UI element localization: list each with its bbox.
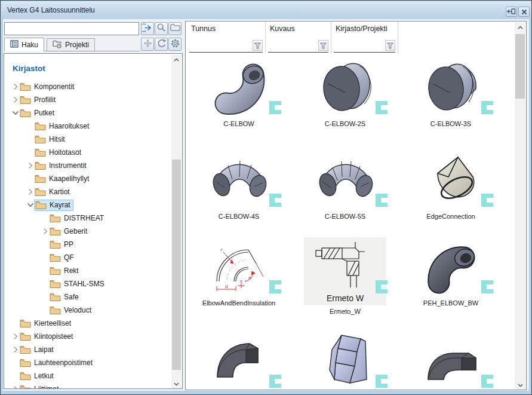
tree-selection-highlight[interactable]: Kayrat (34, 200, 73, 211)
folder-icon (35, 174, 47, 183)
tree-item-putket[interactable]: Putket (4, 106, 171, 120)
filter-funnel-icon[interactable] (253, 40, 263, 51)
tree-item-pp[interactable]: PP (4, 238, 171, 251)
column-header-kirjasto-projekti[interactable]: Kirjasto/Projekti (331, 22, 398, 53)
tree-item-geberit[interactable]: Geberit (4, 225, 171, 238)
folder-icon (50, 306, 61, 315)
tree-item-qf[interactable]: QF (4, 251, 171, 264)
add-button[interactable] (141, 38, 154, 51)
tree-item-lauhteenpoistimet[interactable]: Lauhteenpoistimet (4, 356, 171, 369)
tree-item-label: PP (61, 240, 73, 249)
component-thumbnail (315, 151, 375, 210)
component-item-partial-2[interactable] (294, 332, 396, 390)
chevron-right-icon[interactable] (11, 96, 20, 103)
tree-item-laipat[interactable]: Laipat (4, 343, 171, 356)
tab-projekti[interactable]: Projekti (47, 38, 95, 51)
tree-item-hitsit[interactable]: Hitsit (4, 133, 171, 146)
chevron-down-icon[interactable] (11, 111, 20, 115)
tree-item-kierteelliset[interactable]: Kierteelliset (4, 317, 171, 330)
pin-button[interactable] (506, 7, 517, 17)
component-item-c-elbow-5s[interactable]: C-ELBOW-5S (294, 151, 396, 241)
scroll-up-icon[interactable] (171, 54, 182, 65)
folder-icon (20, 319, 32, 328)
component-item-c-elbow-4s[interactable]: C-ELBOW-4S (188, 151, 290, 241)
grid-scrollbar-thumb[interactable] (515, 34, 525, 99)
component-item-ermeto-w[interactable]: Ermeto W Ermeto_W (294, 237, 396, 328)
tab-haku[interactable]: Haku (4, 38, 44, 51)
tree-scrollbar[interactable] (171, 54, 182, 389)
component-label: EdgeConnection (400, 213, 502, 220)
tree-item-kartiot[interactable]: Kartiot (4, 185, 171, 198)
component-thumbnail: Ermeto W (304, 237, 386, 305)
tree-item-label: Kierteelliset (32, 319, 71, 327)
titlebar[interactable]: Vertex G4 Laitossuunnittelu (1, 1, 532, 19)
tree-item-kaapelihyllyt[interactable]: Kaapelihyllyt (4, 172, 171, 185)
column-header-kuvaus[interactable]: Kuvaus (266, 22, 331, 53)
chevron-right-icon[interactable] (11, 83, 20, 90)
refresh-icon (156, 38, 167, 51)
tree-item-liittimet[interactable]: Liittimet (4, 382, 171, 389)
chevron-right-icon[interactable] (41, 228, 50, 235)
component-thumbnail (421, 151, 481, 210)
component-item-edgeconnection[interactable]: EdgeConnection (400, 151, 502, 241)
tree-item-kiintopisteet[interactable]: Kiintopisteet (4, 330, 171, 343)
folder-icon (20, 96, 32, 105)
tree-item-label: Safe (61, 293, 79, 301)
component-item-partial-3[interactable] (400, 332, 502, 390)
scroll-down-icon[interactable] (515, 380, 525, 390)
component-grid-scrollbar[interactable] (515, 22, 525, 390)
filter-field-kirjasto-projekti[interactable] (334, 39, 395, 53)
folder-icon (20, 332, 32, 341)
tab-label: Projekti (65, 41, 89, 49)
component-item-c-elbow-2s[interactable]: C-ELBOW-2S (294, 58, 396, 149)
tree-item-letkut[interactable]: Letkut (4, 369, 171, 382)
filter-field-tunnus[interactable] (189, 39, 263, 53)
scroll-down-icon[interactable] (171, 379, 182, 389)
chevron-down-icon[interactable] (26, 203, 35, 207)
tree-item-label: Kayrat (47, 201, 70, 209)
tree-item-haaroitukset[interactable]: Haaroitukset (4, 120, 171, 133)
folder-icon (20, 372, 32, 381)
scroll-up-icon[interactable] (515, 22, 525, 32)
component-item-partial-1[interactable] (188, 332, 290, 390)
filter-funnel-icon[interactable] (318, 40, 328, 51)
tree-item-rekt[interactable]: Rekt (4, 264, 171, 277)
go-button[interactable] (141, 22, 154, 35)
dim-label: d (225, 284, 227, 289)
component-label: PEH_ELBOW_BW (400, 299, 502, 307)
tree-item-distrheat[interactable]: DISTRHEAT (4, 212, 171, 225)
component-badge-icon (481, 280, 493, 296)
tree-item-stahl-sms[interactable]: STAHL-SMS (4, 277, 171, 290)
search-button[interactable] (155, 22, 168, 35)
component-item-c-elbow[interactable]: C-ELBOW (188, 58, 290, 149)
thumbnail-caption: Ermeto W (304, 293, 386, 303)
tree-item-komponentit[interactable]: Komponentit (4, 80, 171, 93)
tree-item-instrumentit[interactable]: Instrumentit (4, 159, 171, 172)
tree-item-label: Rekt (61, 267, 79, 275)
refresh-button[interactable] (155, 38, 168, 51)
settings-button[interactable] (168, 38, 182, 51)
open-library-button[interactable] (168, 22, 182, 35)
component-item-peh-elbow-bw[interactable]: PEH_ELBOW_BW (400, 237, 502, 328)
chevron-right-icon[interactable] (26, 188, 35, 195)
column-header-tunnus[interactable]: Tunnus (187, 22, 266, 53)
tree-item-hoitotasot[interactable]: Hoitotasot (4, 146, 171, 159)
close-button[interactable] (518, 7, 530, 17)
tree-item-profiilit[interactable]: Profiilit (4, 93, 171, 106)
component-item-c-elbow-3s[interactable]: C-ELBOW-3S (400, 58, 502, 149)
chevron-right-icon[interactable] (11, 333, 20, 340)
tree-item-kayrat-selected[interactable]: Kayrat (4, 198, 171, 212)
search-input[interactable] (4, 22, 139, 35)
tree-item-veloduct[interactable]: Veloduct (4, 304, 171, 317)
component-item-elbowandbendinsulation[interactable]: r a d s ElbowAndBendInsulation (188, 237, 290, 328)
chevron-right-icon[interactable] (11, 385, 20, 389)
chevron-right-icon[interactable] (26, 162, 35, 169)
filter-field-kuvaus[interactable] (268, 39, 328, 53)
tree-scrollbar-thumb[interactable] (172, 160, 181, 370)
tree-item-safe[interactable]: Safe (4, 290, 171, 304)
close-icon (521, 7, 527, 17)
component-badge-icon (269, 375, 281, 390)
chevron-right-icon[interactable] (11, 346, 20, 353)
tree-item-label: Lauhteenpoistimet (32, 359, 93, 367)
filter-funnel-icon[interactable] (385, 40, 395, 51)
